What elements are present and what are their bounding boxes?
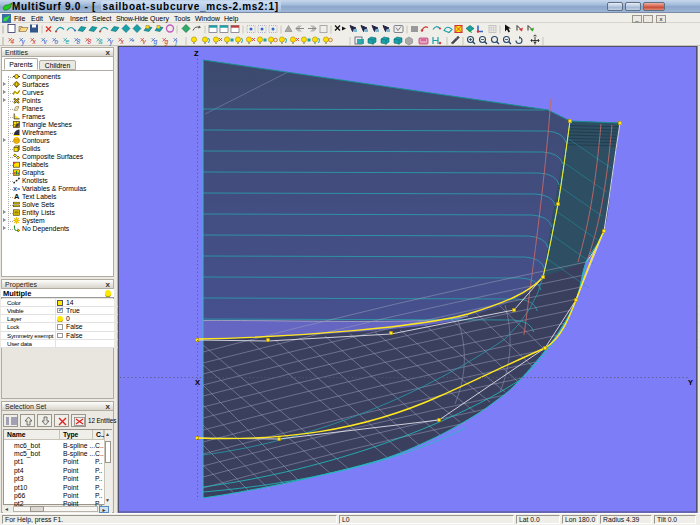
svg-text:Z: Z <box>194 49 199 58</box>
svg-text:*: * <box>132 38 135 45</box>
svg-text:X=: X= <box>13 186 20 192</box>
svg-text:x: x <box>120 38 125 45</box>
svg-text:A: A <box>14 193 20 200</box>
svg-text:x: x <box>32 38 37 45</box>
svg-text:Y: Y <box>688 378 693 387</box>
svg-text:X: X <box>195 378 200 387</box>
